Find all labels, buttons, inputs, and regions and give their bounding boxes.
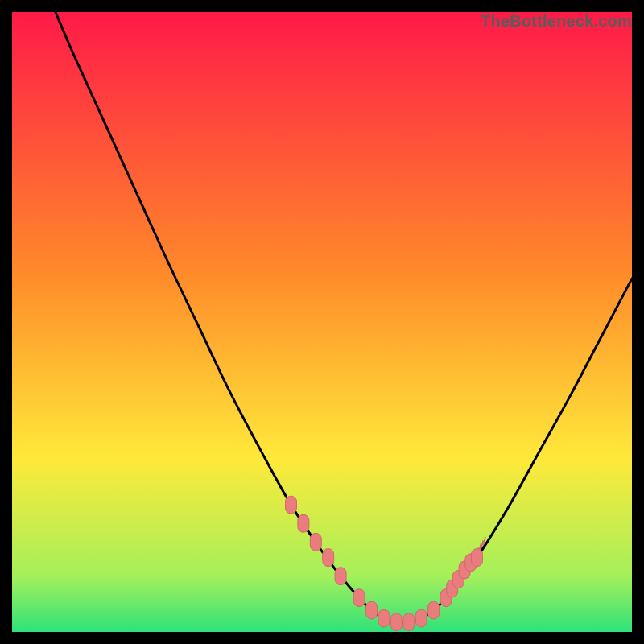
curve-marker <box>353 589 365 607</box>
curve-marker <box>428 601 440 619</box>
bottleneck-chart <box>12 12 632 632</box>
curve-marker <box>472 549 483 567</box>
curve-marker <box>286 496 297 514</box>
curve-marker <box>390 613 402 631</box>
curve-marker <box>323 549 334 567</box>
curve-marker <box>366 601 378 619</box>
watermark-text: TheBottleneck.com <box>481 12 632 31</box>
gradient-background <box>12 12 632 632</box>
curve-marker <box>415 609 427 627</box>
curve-marker <box>298 514 309 532</box>
curve-marker <box>310 533 321 551</box>
curve-marker <box>403 613 415 631</box>
chart-frame: TheBottleneck.com <box>12 12 632 632</box>
curve-marker <box>335 568 346 585</box>
curve-marker <box>378 609 390 627</box>
